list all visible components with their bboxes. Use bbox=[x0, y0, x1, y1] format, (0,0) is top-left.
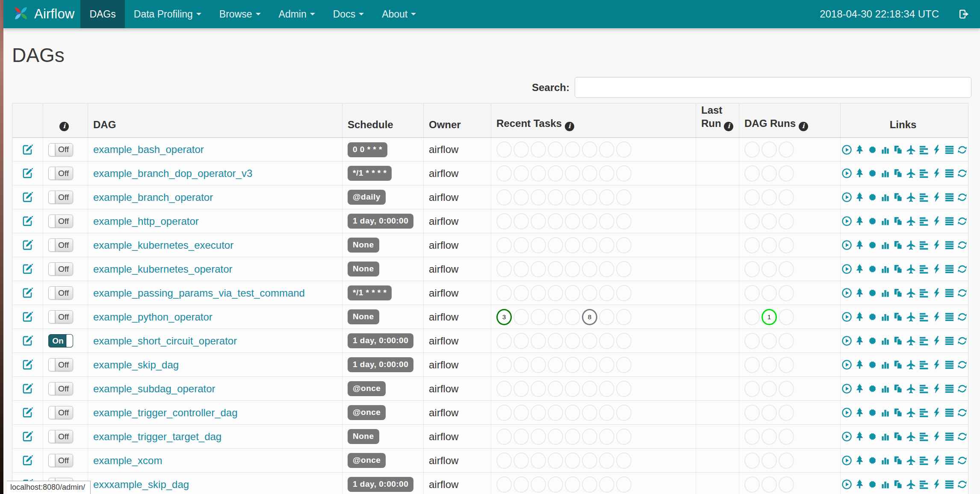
trigger-dag-icon[interactable] bbox=[841, 335, 852, 346]
task-duration-icon[interactable] bbox=[880, 335, 891, 346]
task-tries-icon[interactable] bbox=[893, 407, 903, 418]
landing-times-icon[interactable] bbox=[906, 407, 916, 418]
recent-task-circle[interactable] bbox=[496, 453, 512, 469]
landing-times-icon[interactable] bbox=[906, 144, 916, 155]
dag-link[interactable]: example_short_circuit_operator bbox=[93, 335, 237, 347]
recent-task-circle[interactable] bbox=[616, 309, 632, 325]
recent-task-circle[interactable] bbox=[616, 237, 632, 253]
recent-task-circle[interactable] bbox=[496, 333, 512, 349]
recent-task-circle[interactable] bbox=[548, 333, 563, 349]
tree-view-icon[interactable] bbox=[854, 335, 865, 346]
dag-link[interactable]: example_skip_dag bbox=[93, 359, 179, 370]
tree-view-icon[interactable] bbox=[854, 431, 865, 442]
recent-task-circle[interactable] bbox=[514, 453, 529, 469]
recent-task-circle[interactable] bbox=[599, 237, 614, 253]
recent-task-circle[interactable] bbox=[496, 381, 512, 397]
code-view-icon[interactable] bbox=[931, 312, 942, 322]
log-view-icon[interactable] bbox=[944, 335, 955, 346]
graph-view-icon[interactable] bbox=[867, 407, 878, 418]
nav-item-dags[interactable]: DAGs bbox=[80, 0, 124, 28]
task-tries-icon[interactable] bbox=[893, 479, 903, 490]
gantt-view-icon[interactable] bbox=[918, 264, 929, 274]
dag-run-circle[interactable] bbox=[762, 165, 777, 182]
recent-task-circle[interactable] bbox=[548, 285, 563, 301]
log-view-icon[interactable] bbox=[944, 383, 955, 394]
tree-view-icon[interactable] bbox=[854, 479, 865, 490]
log-view-icon[interactable] bbox=[944, 431, 955, 442]
dag-pause-toggle[interactable]: Off bbox=[48, 191, 73, 204]
graph-view-icon[interactable] bbox=[867, 335, 878, 346]
landing-times-icon[interactable] bbox=[906, 312, 916, 322]
edit-dag-icon[interactable] bbox=[22, 311, 33, 323]
recent-task-circle[interactable] bbox=[599, 357, 614, 373]
trigger-dag-icon[interactable] bbox=[841, 240, 852, 250]
dag-run-circle[interactable] bbox=[779, 261, 794, 277]
recent-task-circle[interactable] bbox=[548, 405, 563, 421]
recent-task-circle[interactable] bbox=[548, 429, 563, 445]
graph-view-icon[interactable] bbox=[867, 144, 878, 155]
dag-run-circle[interactable] bbox=[779, 405, 794, 421]
nav-item-data-profiling[interactable]: Data Profiling bbox=[125, 0, 210, 28]
recent-task-circle[interactable] bbox=[616, 285, 632, 301]
task-duration-icon[interactable] bbox=[880, 455, 891, 466]
task-duration-icon[interactable] bbox=[880, 216, 891, 226]
tree-view-icon[interactable] bbox=[854, 144, 865, 155]
recent-task-circle[interactable] bbox=[565, 309, 580, 325]
log-view-icon[interactable] bbox=[944, 312, 955, 322]
log-view-icon[interactable] bbox=[944, 144, 955, 155]
task-duration-icon[interactable] bbox=[880, 431, 891, 442]
recent-task-circle[interactable] bbox=[548, 261, 563, 277]
recent-task-circle[interactable] bbox=[496, 429, 512, 445]
tree-view-icon[interactable] bbox=[854, 407, 865, 418]
dag-pause-toggle[interactable]: Off bbox=[48, 406, 73, 419]
dag-link[interactable]: example_subdag_operator bbox=[93, 383, 215, 394]
recent-task-circle[interactable] bbox=[599, 381, 614, 397]
code-view-icon[interactable] bbox=[931, 383, 942, 394]
dag-pause-toggle[interactable]: Off bbox=[48, 454, 73, 467]
recent-task-circle[interactable] bbox=[514, 141, 529, 158]
recent-task-circle[interactable] bbox=[565, 261, 580, 277]
recent-task-circle[interactable] bbox=[496, 357, 512, 373]
edit-dag-icon[interactable] bbox=[22, 359, 33, 370]
code-view-icon[interactable] bbox=[931, 216, 942, 226]
recent-task-circle[interactable] bbox=[531, 309, 546, 325]
trigger-dag-icon[interactable] bbox=[841, 407, 852, 418]
edit-dag-icon[interactable] bbox=[22, 263, 33, 275]
gantt-view-icon[interactable] bbox=[918, 407, 929, 418]
refresh-icon[interactable] bbox=[957, 312, 968, 322]
recent-task-circle[interactable] bbox=[565, 285, 580, 301]
recent-task-circle[interactable] bbox=[616, 357, 632, 373]
task-duration-icon[interactable] bbox=[880, 168, 891, 179]
code-view-icon[interactable] bbox=[931, 359, 942, 370]
landing-times-icon[interactable] bbox=[906, 216, 916, 226]
dag-pause-toggle[interactable]: On bbox=[48, 334, 73, 347]
dag-run-circle[interactable] bbox=[762, 333, 777, 349]
code-view-icon[interactable] bbox=[931, 431, 942, 442]
dag-pause-toggle[interactable]: Off bbox=[48, 143, 73, 156]
refresh-icon[interactable] bbox=[957, 288, 968, 298]
recent-task-circle[interactable] bbox=[599, 309, 614, 325]
dag-link[interactable]: example_trigger_target_dag bbox=[93, 431, 221, 442]
nav-item-about[interactable]: About bbox=[373, 0, 425, 28]
gantt-view-icon[interactable] bbox=[918, 192, 929, 203]
recent-task-circle[interactable] bbox=[514, 237, 529, 253]
edit-dag-icon[interactable] bbox=[22, 191, 33, 203]
task-tries-icon[interactable] bbox=[893, 455, 903, 466]
code-view-icon[interactable] bbox=[931, 479, 942, 490]
log-view-icon[interactable] bbox=[944, 288, 955, 298]
refresh-icon[interactable] bbox=[957, 431, 968, 442]
recent-task-circle[interactable] bbox=[565, 237, 580, 253]
edit-dag-icon[interactable] bbox=[22, 431, 33, 442]
graph-view-icon[interactable] bbox=[867, 479, 878, 490]
dag-run-circle[interactable] bbox=[762, 213, 777, 229]
recent-task-circle[interactable] bbox=[548, 381, 563, 397]
dag-run-circle[interactable] bbox=[744, 453, 760, 469]
edit-dag-icon[interactable] bbox=[22, 287, 33, 299]
recent-task-circle[interactable] bbox=[548, 213, 563, 229]
recent-task-circle[interactable] bbox=[514, 357, 529, 373]
recent-task-circle[interactable] bbox=[582, 237, 597, 253]
task-duration-icon[interactable] bbox=[880, 144, 891, 155]
recent-task-circle[interactable] bbox=[496, 141, 512, 158]
dag-run-circle[interactable] bbox=[744, 333, 760, 349]
dag-link[interactable]: example_http_operator bbox=[93, 215, 199, 227]
